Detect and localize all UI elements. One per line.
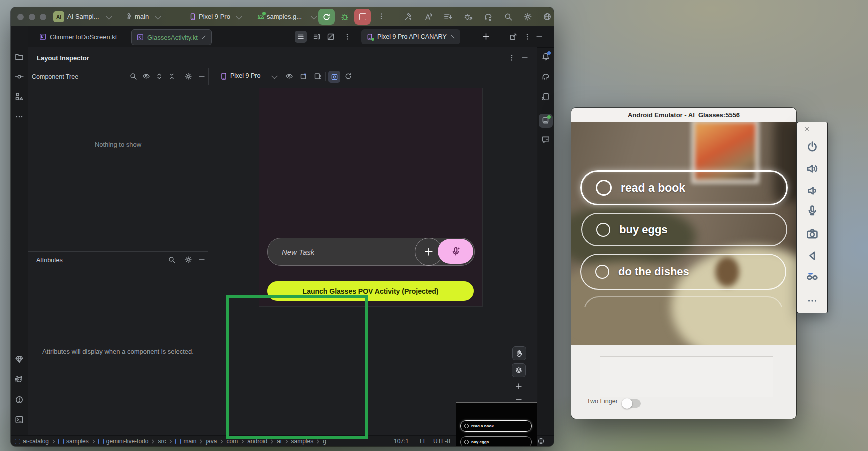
breadcrumb-item[interactable]: ai-catalog xyxy=(15,438,49,445)
gear-icon[interactable] xyxy=(523,12,532,22)
apply-changes-icon[interactable] xyxy=(424,12,433,22)
breadcrumb-item[interactable]: samples xyxy=(291,438,314,445)
terminal-icon[interactable] xyxy=(15,416,24,424)
minimize-icon[interactable] xyxy=(815,126,821,132)
globe-profile-icon[interactable] xyxy=(543,12,552,22)
search-icon[interactable] xyxy=(168,256,176,264)
todo-item[interactable]: buy eggs xyxy=(581,213,787,246)
pan-mode-button[interactable] xyxy=(512,346,526,360)
apply-code-changes-icon[interactable] xyxy=(443,12,452,22)
window-close-button[interactable] xyxy=(17,14,24,20)
chevron-down-icon[interactable] xyxy=(311,14,317,20)
search-icon[interactable] xyxy=(504,12,513,22)
breadcrumb-item[interactable]: samples xyxy=(58,438,89,445)
search-icon[interactable] xyxy=(129,72,137,80)
volume-down-icon[interactable] xyxy=(806,184,819,198)
volume-up-icon[interactable] xyxy=(806,162,819,176)
window-zoom-button[interactable] xyxy=(40,14,46,20)
power-icon[interactable] xyxy=(806,140,819,154)
breadcrumb-item[interactable]: src xyxy=(158,438,166,445)
caret-position[interactable]: 107:1 xyxy=(394,438,409,445)
hide-panel-icon[interactable] xyxy=(198,256,206,264)
running-device-tab[interactable]: Pixel 9 Pro API CANARY xyxy=(361,30,460,44)
more-vertical-icon[interactable] xyxy=(508,54,516,62)
editor-view-mode-button[interactable] xyxy=(295,31,307,43)
more-tool-windows-icon[interactable] xyxy=(15,112,24,122)
tab-glassesactivity[interactable]: GlassesActivity.kt xyxy=(131,30,212,46)
breadcrumb-item[interactable]: g xyxy=(323,438,326,445)
rotation-3d-button[interactable] xyxy=(512,364,526,378)
radio-circle-icon[interactable] xyxy=(595,265,609,279)
emulator-titlebar[interactable]: Android Emulator - AI_Glasses:5556 xyxy=(571,108,796,122)
open-in-window-icon[interactable] xyxy=(509,33,517,41)
gemini-chat-icon[interactable] xyxy=(541,136,550,144)
problems-icon[interactable] xyxy=(15,396,24,404)
commit-icon[interactable] xyxy=(15,72,24,82)
structure-icon[interactable] xyxy=(15,92,24,102)
hide-panel-icon[interactable] xyxy=(535,33,543,41)
gradle-elephant-icon[interactable] xyxy=(541,72,550,82)
glasses-mini-preview[interactable]: read a book buy eggs do the dishes xyxy=(456,402,537,446)
refresh-icon[interactable] xyxy=(344,72,352,80)
chevron-down-icon[interactable] xyxy=(155,14,161,20)
minimize-panel-icon[interactable] xyxy=(521,54,529,62)
glasses-icon[interactable] xyxy=(806,270,819,284)
device-pane-device-name[interactable]: Pixel 9 Pro xyxy=(230,72,260,80)
eye-view-options-icon[interactable] xyxy=(285,72,293,80)
debug-bug-icon[interactable] xyxy=(340,12,349,22)
radio-circle-icon[interactable] xyxy=(596,180,612,196)
snapshot-list-icon[interactable] xyxy=(314,72,322,80)
profiler-hammer-icon[interactable] xyxy=(404,12,413,22)
logcat-icon[interactable] xyxy=(15,375,24,384)
todo-item-focused[interactable]: read a book xyxy=(580,170,788,206)
gem-assistant-icon[interactable] xyxy=(15,355,24,364)
breadcrumb-item[interactable]: ai xyxy=(277,438,281,445)
rerun-button[interactable] xyxy=(318,9,335,25)
chevron-down-icon[interactable] xyxy=(271,73,278,80)
two-finger-toggle[interactable] xyxy=(623,400,641,408)
project-selector[interactable]: AI Sampl... xyxy=(67,13,99,20)
split-view-icon[interactable] xyxy=(313,33,321,41)
expand-all-icon[interactable] xyxy=(155,72,163,80)
more-vertical-icon[interactable] xyxy=(523,33,531,41)
back-icon[interactable] xyxy=(806,250,819,262)
eye-filter-icon[interactable] xyxy=(142,72,150,80)
window-minimize-button[interactable] xyxy=(29,14,35,20)
emulator-target-selector[interactable]: samples.g... xyxy=(267,13,302,20)
close-icon[interactable] xyxy=(804,126,810,132)
notifications-bell-icon[interactable] xyxy=(541,52,550,62)
export-snapshot-icon[interactable] xyxy=(300,72,308,80)
breadcrumb-item[interactable]: java xyxy=(206,438,217,445)
running-devices-icon[interactable] xyxy=(541,92,550,102)
gear-icon[interactable] xyxy=(184,256,192,264)
branch-selector[interactable]: main xyxy=(135,13,149,20)
close-icon[interactable] xyxy=(450,34,455,40)
close-icon[interactable] xyxy=(201,35,206,40)
attach-debugger-icon[interactable] xyxy=(464,12,473,22)
add-device-icon[interactable] xyxy=(482,32,490,41)
gear-icon[interactable] xyxy=(184,72,192,80)
glasses-pov-view[interactable]: read a book buy eggs do the dishes xyxy=(571,122,796,345)
problems-indicator-icon[interactable] xyxy=(537,438,545,445)
more-dots-icon[interactable] xyxy=(806,294,819,308)
breadcrumb-item[interactable]: gemini-live-todo xyxy=(98,438,149,445)
voice-input-button[interactable] xyxy=(438,239,473,264)
camera-icon[interactable] xyxy=(806,228,819,240)
preview-off-icon[interactable] xyxy=(327,33,335,41)
gradle-sync-icon[interactable] xyxy=(484,12,493,22)
layout-inspector-tab-active[interactable] xyxy=(539,114,553,128)
encoding[interactable]: UTF-8 xyxy=(433,438,450,445)
collapse-all-icon[interactable] xyxy=(168,72,176,80)
live-updates-toggle[interactable] xyxy=(328,71,340,83)
microphone-icon[interactable] xyxy=(806,204,819,218)
chevron-down-icon[interactable] xyxy=(236,14,242,20)
breadcrumb-item[interactable]: main xyxy=(175,438,196,445)
tab-glimmertodoscreen[interactable]: GlimmerToDoScreen.kt xyxy=(34,30,122,44)
touchpad-area[interactable] xyxy=(600,356,773,398)
zoom-in-icon[interactable] xyxy=(515,382,523,390)
breadcrumb-item[interactable]: com xyxy=(226,438,238,445)
more-vertical-icon[interactable] xyxy=(343,33,351,41)
breadcrumb-item[interactable]: android xyxy=(247,438,267,445)
stop-button[interactable] xyxy=(354,9,371,25)
radio-circle-icon[interactable] xyxy=(596,223,610,237)
